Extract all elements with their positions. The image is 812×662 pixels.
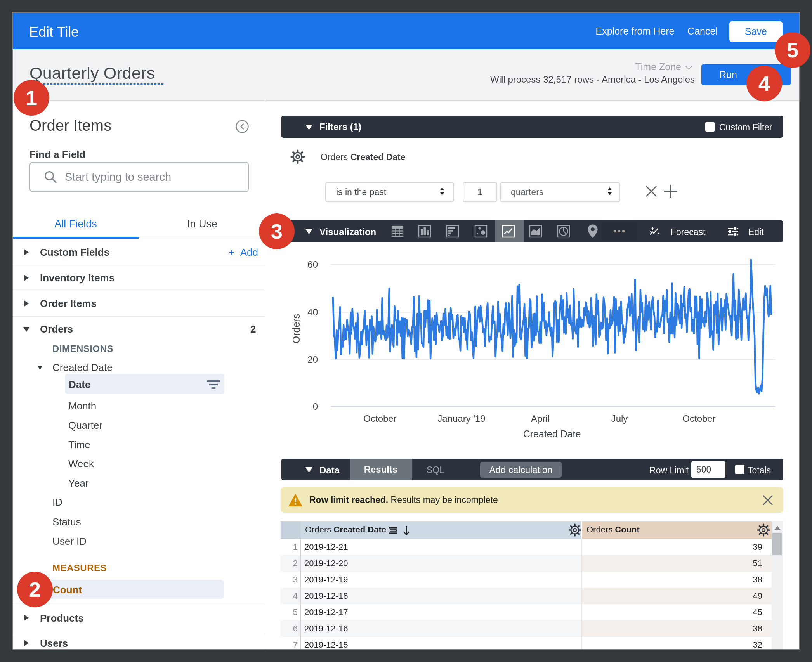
svg-text:Created Date: Created Date — [523, 428, 581, 439]
svg-text:July: July — [611, 413, 628, 424]
svg-text:Orders: Orders — [291, 314, 302, 343]
svg-text:20: 20 — [307, 354, 318, 365]
svg-text:January '19: January '19 — [437, 413, 485, 424]
svg-text:60: 60 — [307, 259, 318, 270]
svg-text:0: 0 — [313, 401, 318, 412]
svg-text:April: April — [531, 413, 550, 424]
svg-text:40: 40 — [307, 307, 318, 317]
svg-text:October: October — [682, 413, 715, 424]
svg-text:October: October — [363, 413, 396, 424]
